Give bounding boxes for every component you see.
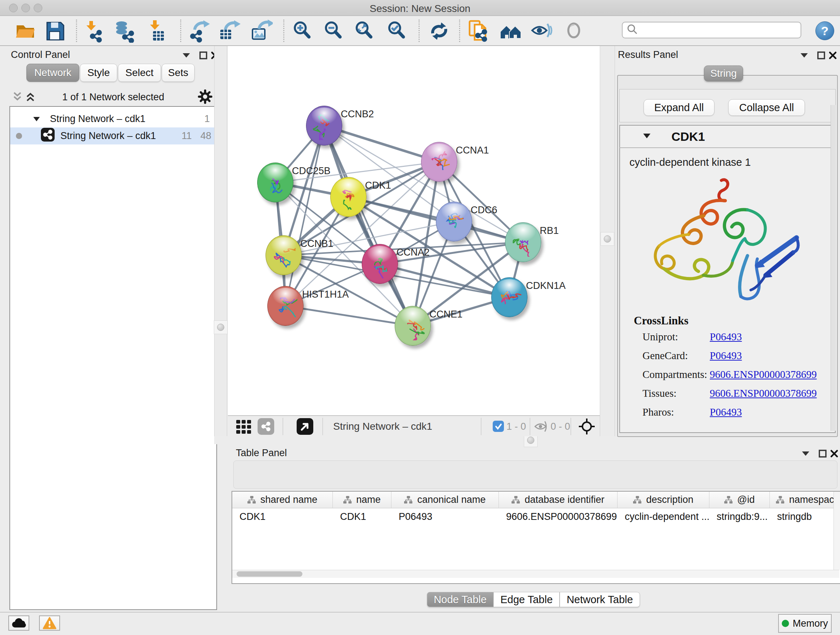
tab-sets[interactable]: Sets: [162, 64, 195, 82]
network-node-RB1[interactable]: [505, 222, 541, 262]
save-session-icon[interactable]: [43, 19, 67, 43]
preview-eye-icon[interactable]: [562, 19, 587, 43]
network-row-selected[interactable]: String Network – cdk1 11 48: [10, 127, 216, 144]
column-header-canonical-name[interactable]: canonical name: [392, 492, 499, 508]
crosslink-link[interactable]: 9606.ENSP00000378699: [710, 369, 817, 380]
export-image-icon[interactable]: [249, 19, 273, 43]
gene-collapse-icon[interactable]: [643, 133, 651, 141]
table-vertical-scrollbar[interactable]: [834, 492, 840, 570]
gene-description: cyclin-dependent kinase 1: [630, 157, 751, 168]
column-header-name[interactable]: name: [333, 492, 392, 508]
network-node-CDKN1A[interactable]: [491, 277, 527, 317]
hide-unhide-icon[interactable]: [530, 19, 554, 43]
grid-view-icon[interactable]: [236, 420, 253, 435]
tab-edge-table[interactable]: Edge Table: [493, 592, 560, 607]
crosslink-label: Tissues:: [643, 387, 710, 399]
panel-float-icon[interactable]: [816, 50, 827, 61]
export-network-icon[interactable]: [187, 19, 212, 43]
network-node-CCNE1[interactable]: [395, 306, 431, 346]
tree-expander-icon[interactable]: [33, 113, 41, 125]
export-table-icon[interactable]: [217, 19, 241, 43]
table-row[interactable]: CDK1CDK1P064939606.ENSP00000378699cyclin…: [232, 508, 840, 525]
network-node-CCNB2[interactable]: [306, 106, 342, 146]
cloud-status-button[interactable]: [8, 616, 29, 631]
column-header-shared-name[interactable]: shared name: [232, 492, 333, 508]
search-icon: [626, 23, 638, 37]
selected-checkbox[interactable]: [493, 421, 504, 432]
zoom-fit-icon[interactable]: [352, 19, 377, 43]
crosslink-link[interactable]: 9606.ENSP00000378699: [710, 387, 817, 399]
panel-menu-caret-icon[interactable]: [800, 448, 811, 459]
home-icon[interactable]: [499, 19, 523, 43]
network-canvas[interactable]: CCNB2CCNA1CDC25BCDK1CDC6RB1CCNB1CCNA2CDK…: [228, 46, 600, 415]
panel-float-icon[interactable]: [198, 50, 209, 61]
panel-close-icon[interactable]: [827, 50, 838, 61]
birds-eye-view-button[interactable]: [297, 418, 313, 435]
network-collection-row[interactable]: String Network – cdk1 1: [10, 111, 216, 127]
node-label-CDC25B: CDC25B: [292, 165, 331, 177]
zoom-in-icon[interactable]: [291, 19, 315, 43]
protein-structure-image: [639, 170, 810, 317]
crosslink-label: Uniprot:: [643, 331, 710, 343]
panel-menu-caret-icon[interactable]: [799, 50, 810, 61]
column-header-namespac[interactable]: namespac: [770, 492, 840, 508]
share-document-icon[interactable]: [466, 19, 491, 43]
table-horizontal-scrollbar[interactable]: [232, 570, 839, 578]
column-label: database identifier: [524, 494, 605, 505]
main-toolbar: ?: [0, 16, 840, 46]
network-node-CCNB1[interactable]: [265, 235, 302, 275]
fit-selected-crosshair-icon[interactable]: [579, 418, 595, 436]
network-node-CCNA1[interactable]: [421, 142, 457, 182]
tab-node-table[interactable]: Node Table: [427, 592, 493, 607]
tab-select[interactable]: Select: [118, 64, 161, 82]
column-header-description[interactable]: description: [617, 492, 709, 508]
import-network-icon[interactable]: [81, 19, 106, 43]
network-node-CDC6[interactable]: [436, 202, 472, 241]
search-box: [622, 22, 801, 38]
left-splitter-grip[interactable]: [214, 320, 227, 334]
left-splitter[interactable]: [214, 46, 227, 436]
table-header-row: shared namenamecanonical namedatabase id…: [232, 492, 840, 508]
zoom-out-icon[interactable]: [322, 19, 346, 43]
help-button[interactable]: ?: [815, 21, 834, 40]
expand-all-button[interactable]: Expand All: [644, 99, 714, 116]
node-table: shared namenamecanonical namedatabase id…: [232, 491, 840, 584]
panel-menu-caret-icon[interactable]: [181, 50, 192, 61]
tab-network-table[interactable]: Network Table: [560, 592, 640, 607]
import-table-icon[interactable]: [144, 19, 169, 43]
tab-network[interactable]: Network: [27, 64, 79, 82]
network-share-view-icon[interactable]: [257, 418, 274, 435]
node-label-HIST1H1A: HIST1H1A: [302, 289, 349, 300]
node-label-CDC6: CDC6: [471, 204, 497, 216]
network-node-HIST1H1A[interactable]: [267, 286, 303, 326]
import-database-icon[interactable]: [112, 19, 137, 43]
memory-button[interactable]: Memory: [778, 614, 832, 633]
crosslink-link[interactable]: P06493: [710, 406, 742, 418]
crosslink-link[interactable]: P06493: [710, 331, 742, 342]
panel-float-icon[interactable]: [817, 448, 828, 459]
gene-name: CDK1: [671, 130, 705, 144]
network-node-CDK1[interactable]: [330, 177, 366, 217]
node-gloss: [336, 179, 362, 195]
warning-status-button[interactable]: [39, 616, 60, 631]
right-splitter-grip[interactable]: [600, 232, 614, 246]
column-header--id[interactable]: @id: [709, 492, 770, 508]
zoom-selected-icon[interactable]: [385, 19, 409, 43]
bottom-splitter[interactable]: [214, 436, 840, 444]
open-session-icon[interactable]: [13, 19, 38, 43]
node-gloss: [263, 165, 288, 181]
search-input[interactable]: [638, 25, 790, 36]
panel-close-icon[interactable]: [829, 448, 840, 459]
network-node-CDC25B[interactable]: [257, 163, 294, 203]
collapse-all-button[interactable]: Collapse All: [728, 99, 805, 116]
column-header-database-identifier[interactable]: database identifier: [499, 492, 617, 508]
right-splitter[interactable]: [600, 46, 615, 436]
refresh-icon[interactable]: [427, 19, 452, 43]
network-options-gear-icon[interactable]: [197, 89, 213, 104]
tab-style[interactable]: Style: [80, 64, 117, 82]
hidden-eye-icon: [534, 421, 548, 434]
crosslink-link[interactable]: P06493: [710, 350, 742, 361]
results-scrollbar[interactable]: [831, 105, 836, 431]
tab-string[interactable]: String: [704, 65, 743, 81]
network-node-CCNA2[interactable]: [362, 244, 398, 284]
